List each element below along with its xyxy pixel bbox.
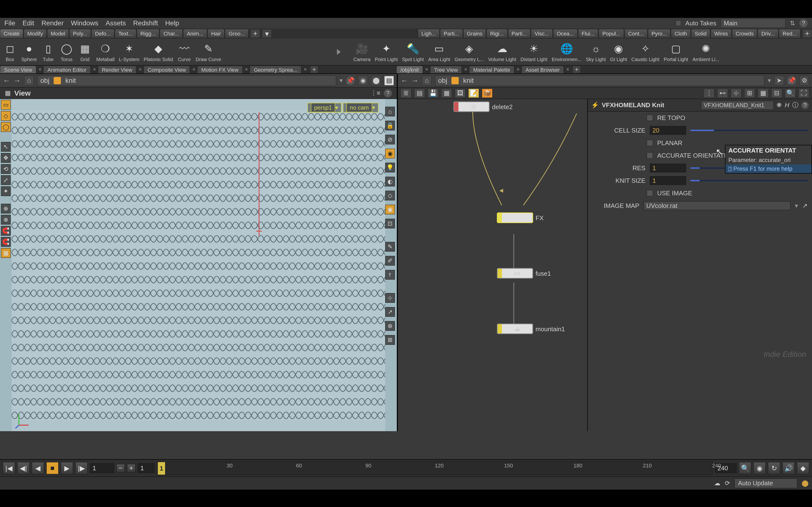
cook-icon[interactable]: ⬤	[802, 480, 809, 487]
current-frame-field[interactable]: 1	[90, 463, 114, 473]
tool3-icon[interactable]: ⊛	[385, 321, 395, 331]
frame-inc-btn[interactable]: +	[127, 464, 135, 472]
shelf-tab[interactable]: Ligh...	[418, 29, 440, 38]
tool-camera[interactable]: 🎥Camera	[353, 42, 370, 62]
network-canvas[interactable]: ⊘ delete2 FX ⋈ fuse1	[398, 99, 587, 431]
net-pin-icon[interactable]: 📌	[788, 76, 796, 85]
save-icon[interactable]: 💾	[428, 89, 439, 98]
layout2-icon[interactable]: ⊹	[731, 89, 742, 98]
shelf-tab[interactable]: Pyro...	[648, 29, 671, 38]
tool-box[interactable]: ◻Box	[3, 42, 17, 62]
net-opts-icon[interactable]: ⚙	[800, 76, 809, 86]
cloud-icon[interactable]: ☁	[714, 480, 720, 487]
shelf-add-btn[interactable]: +	[250, 29, 260, 38]
net-back-icon[interactable]: ←	[401, 76, 408, 85]
ghost-icon[interactable]: ⊘	[385, 135, 395, 145]
pane-tab[interactable]: Tree View	[430, 66, 462, 73]
cellsize-field[interactable]: 20	[650, 126, 686, 135]
node-vfxhomeland-knit[interactable]: FX	[497, 213, 533, 223]
tool-sphere[interactable]: ●Sphere	[21, 42, 37, 62]
shelf-tab[interactable]: Cloth	[671, 29, 691, 38]
menu-help[interactable]: Help	[165, 19, 179, 27]
close-icon[interactable]: ×	[39, 67, 42, 72]
menu-windows[interactable]: Windows	[71, 19, 98, 27]
align-icon[interactable]: ⋮	[704, 89, 714, 98]
auto-takes-checkbox[interactable]	[676, 20, 681, 26]
pane-tab[interactable]: Composite View	[144, 66, 190, 73]
retopo-checkbox[interactable]	[647, 115, 653, 121]
shelf-menu-btn[interactable]: ▾	[262, 29, 272, 38]
viewport-help-icon[interactable]: ?	[384, 89, 392, 97]
play-rev-btn[interactable]: ◀	[32, 462, 44, 474]
viewport-3d[interactable]: persp1▾ no cam▾ ▭ ◇ ◯ ↖ ✥ ⟲ ⤢ ✦ ⊕ ⊗	[0, 99, 397, 431]
net-fwd-icon[interactable]: →	[411, 76, 418, 85]
net-home-icon[interactable]: ⌂	[422, 76, 432, 86]
close-icon[interactable]: ×	[245, 67, 248, 72]
shelf-tab[interactable]: Rigi...	[487, 29, 507, 38]
netbox-icon[interactable]: 📦	[482, 89, 493, 98]
timeline-ruler[interactable]: 1 306090120150180210240	[157, 461, 712, 475]
key-icon[interactable]: ◆	[797, 462, 809, 474]
pin-icon[interactable]: 📌	[346, 76, 355, 85]
node-fuse1[interactable]: ⋈ fuse1	[497, 268, 533, 279]
res-field[interactable]: 1	[650, 164, 686, 172]
tool-torus[interactable]: ◯Torus	[60, 42, 74, 62]
shelf-tab[interactable]: Popul...	[599, 29, 624, 38]
stop-btn[interactable]: ■	[46, 462, 58, 474]
shelf-tab[interactable]: Char...	[160, 29, 183, 38]
shelf-tab[interactable]: Ocea...	[553, 29, 577, 38]
loop-icon[interactable]: ◉	[754, 462, 766, 474]
edit1-icon[interactable]: ✎	[385, 242, 395, 251]
tool-volume-light[interactable]: ☁Volume Light	[488, 42, 516, 62]
pane-tab[interactable]: Asset Browser	[521, 66, 564, 73]
loop2-icon[interactable]: ↻	[768, 462, 780, 474]
node-delete2[interactable]: ⊘ delete2	[453, 101, 490, 112]
close-icon[interactable]: ×	[517, 67, 520, 72]
shelf-tab[interactable]: Parti...	[440, 29, 463, 38]
pane-tab[interactable]: Scene View	[0, 66, 36, 73]
next-key-btn[interactable]: |▶	[75, 462, 88, 474]
tool-platonic-solid[interactable]: ◆Platonic Solid	[144, 42, 173, 62]
xray-icon[interactable]: ⊡	[385, 219, 395, 228]
tool-portal-light[interactable]: ▢Portal Light	[664, 42, 688, 62]
snap-tool-icon[interactable]: ⊕	[1, 204, 11, 213]
file-chooser-icon[interactable]: ↗	[802, 202, 808, 210]
shelf-tab[interactable]: Hair	[208, 29, 224, 38]
tool-gi-light[interactable]: ◉GI Light	[610, 42, 627, 62]
shelf-tab[interactable]: Rigg...	[137, 29, 159, 38]
shelf-tab[interactable]: Red...	[779, 29, 800, 38]
path-home-icon[interactable]: ⌂	[24, 76, 34, 86]
scale-tool-icon[interactable]: ⤢	[1, 175, 11, 185]
close-icon[interactable]: ×	[464, 67, 467, 72]
nocam-hud-label[interactable]: no cam▾	[343, 103, 378, 113]
img-icon[interactable]: 🖼	[455, 89, 465, 98]
refresh-icon[interactable]: ⟳	[725, 480, 730, 487]
close-icon[interactable]: ×	[425, 67, 428, 72]
layout5-icon[interactable]: ⊟	[771, 89, 782, 98]
take-dropdown[interactable]: Main	[721, 18, 785, 28]
shelf-tab[interactable]: Driv...	[758, 29, 778, 38]
move-tool-icon[interactable]: ✥	[1, 153, 11, 163]
transform-tool-icon[interactable]: ✦	[1, 186, 11, 196]
pane-tab[interactable]: Animation Editor	[43, 66, 90, 73]
shading-icon[interactable]: ◐	[385, 177, 395, 186]
prev-key-btn[interactable]: ◀|	[17, 462, 30, 474]
close-icon[interactable]: ×	[192, 67, 195, 72]
list2-icon[interactable]: ▤	[414, 89, 425, 98]
pane-add-btn[interactable]: +	[311, 66, 318, 73]
pane-tab[interactable]: Material Palette	[469, 66, 514, 73]
rotate-tool-icon[interactable]: ⟲	[1, 164, 11, 174]
brush-tool-icon[interactable]: ◯	[1, 122, 11, 132]
shelf-tab[interactable]: Modify	[24, 29, 47, 38]
range-start-field[interactable]: 1	[138, 463, 155, 473]
magnet2-tool-icon[interactable]: 🧲	[1, 237, 11, 247]
tool-metaball[interactable]: ❍Metaball	[96, 42, 115, 62]
construction-plane-icon[interactable]: ▦	[1, 248, 11, 258]
shelf-tab[interactable]: Flui...	[578, 29, 598, 38]
layout1-icon[interactable]: ⊷	[717, 89, 728, 98]
gear-icon[interactable]: ⚡	[591, 101, 599, 109]
network-path-field[interactable]: obj knit	[435, 75, 764, 86]
tool-grid[interactable]: ▦Grid	[78, 42, 92, 62]
render-btn[interactable]: ◉	[358, 76, 368, 86]
knitsize-slider[interactable]	[691, 180, 808, 181]
